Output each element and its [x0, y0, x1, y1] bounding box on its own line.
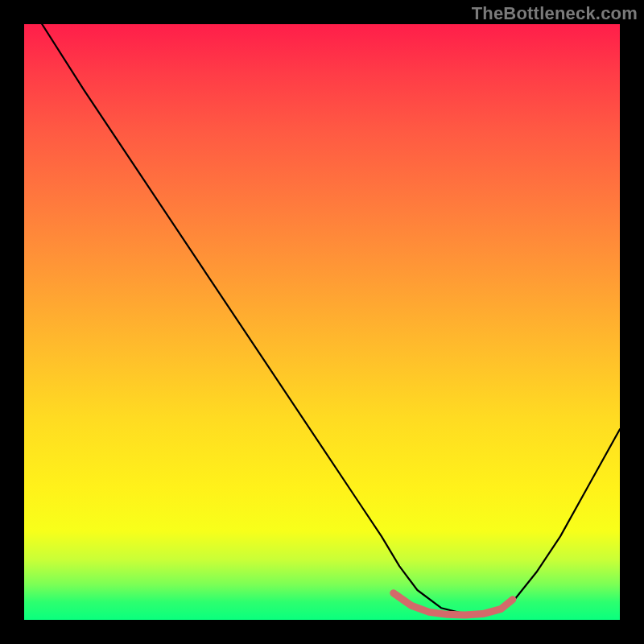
- plot-area: [24, 24, 620, 620]
- watermark-text: TheBottleneck.com: [472, 3, 638, 24]
- plot-svg: [24, 24, 620, 620]
- optimal-range-path: [394, 593, 513, 615]
- bottleneck-curve-path: [42, 24, 620, 614]
- chart-frame: TheBottleneck.com: [0, 0, 644, 644]
